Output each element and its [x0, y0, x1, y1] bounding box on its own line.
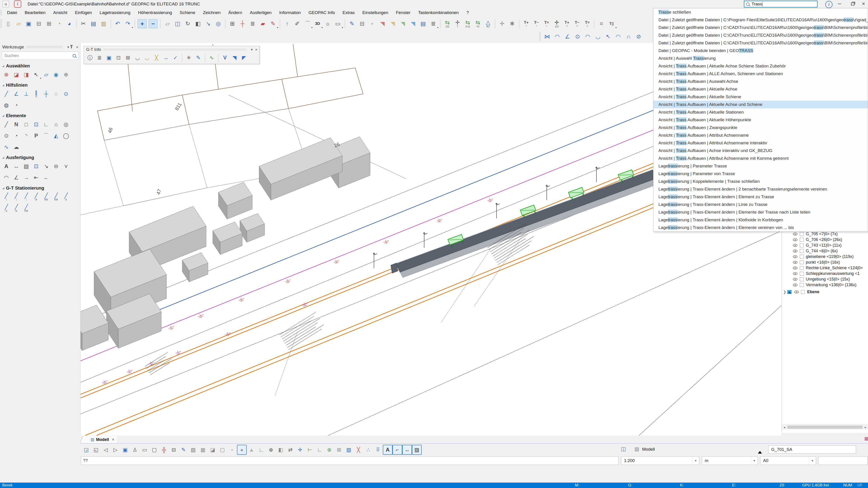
zoom-next-icon[interactable]: ▷	[111, 445, 120, 455]
station-km-icon[interactable]: ╱KM	[21, 203, 31, 213]
guide-circle-icon[interactable]: ◌	[51, 89, 61, 99]
search-result-item[interactable]: Ansicht | Trass Aufbauen | Aktuelle Stat…	[653, 108, 868, 116]
collapse-icon[interactable]: ◢	[2, 84, 4, 87]
open-recent-icon[interactable]: ◔	[54, 19, 64, 29]
layer-row[interactable]: Umgebung <15|0> (15x)	[782, 277, 868, 282]
menu--ndern[interactable]: Ändern	[224, 9, 246, 17]
station-minus-icon[interactable]: T−○	[531, 19, 541, 29]
titlebar-search-box[interactable]: Trass	[744, 1, 817, 7]
sheet-format-select[interactable]: A0▼	[760, 456, 816, 465]
marker-green-icon[interactable]: ◥	[398, 19, 408, 29]
search-result-item[interactable]: Ansicht | Trass Aufbauen | Zwangspunkte	[653, 124, 868, 132]
search-result-item[interactable]: Ansicht | Trass Aufbauen | Attribut Achs…	[653, 139, 868, 147]
select-chain-icon[interactable]: ▱	[41, 70, 51, 80]
point-symbol-icon[interactable]: ✛T	[453, 19, 463, 29]
undo-icon[interactable]: ↶	[113, 19, 123, 29]
layer-root-row[interactable]: ❯ Ebene	[782, 289, 868, 295]
eye-icon[interactable]	[793, 272, 798, 275]
select-cursor-icon[interactable]: ↖▾	[31, 70, 41, 80]
station-insert-icon[interactable]: ╱┊	[21, 192, 31, 202]
ring-tool-icon[interactable]: ◦	[367, 19, 377, 29]
guide-cross-icon[interactable]: ┼	[41, 89, 51, 99]
search-result-item[interactable]: Lagetrassierung | Trass-Element ändern |…	[653, 216, 868, 224]
profile-pen-icon[interactable]: ✎	[193, 53, 203, 62]
swap-yx-icon[interactable]: ⇆YX	[473, 19, 483, 29]
station-axis-icon[interactable]: ╱┆	[1, 192, 11, 202]
smooth-shading-icon[interactable]: ●	[237, 445, 247, 455]
attribute-underline-icon[interactable]: △AU	[483, 19, 493, 29]
print-active-icon[interactable]: ⊟	[357, 19, 367, 29]
curve-low-icon[interactable]: ◡	[133, 53, 142, 62]
chevron-down-icon[interactable]: ▼	[809, 457, 816, 465]
layer-row[interactable]: gleisebene <119|0> (119x)	[782, 254, 868, 259]
hatch-tool-icon[interactable]: ▨	[21, 161, 31, 171]
eye-icon[interactable]	[793, 238, 798, 241]
station-number-icon[interactable]: ✛123	[552, 19, 562, 29]
arc-start-icon[interactable]: ◡	[593, 31, 603, 42]
measure-cross-icon[interactable]: ╳	[353, 445, 363, 455]
erase-icon[interactable]: ▰	[258, 19, 268, 29]
zoom-region-icon[interactable]: ◱	[91, 445, 101, 455]
collapse-icon[interactable]: ◢	[2, 186, 4, 190]
close-button[interactable]: ✕	[858, 0, 868, 8]
element-circle-2point-icon[interactable]: ◔	[11, 131, 21, 141]
search-result-item[interactable]: Ansicht | Trass Aufbauen | Aktuelle Achs…	[653, 85, 868, 93]
menu-ansicht[interactable]: Ansicht	[49, 9, 71, 17]
collapse-icon[interactable]: ◢	[2, 156, 4, 159]
layer-row[interactable]: G_743 <11|0> (11x)	[782, 242, 868, 248]
circle-direction-icon[interactable]: ⊙	[572, 31, 583, 42]
check-lines-icon[interactable]: ✓	[171, 53, 180, 62]
arc-dimension-icon[interactable]: ◠	[1, 173, 11, 182]
section-ausw-hlen[interactable]: ◢Auswählen	[0, 61, 80, 69]
scroll-left-icon[interactable]: ◂	[782, 426, 787, 429]
search-input-value[interactable]: Trass	[751, 2, 762, 6]
zoom-previous-icon[interactable]: ◁	[101, 445, 111, 455]
app-icon[interactable]: G	[3, 1, 9, 7]
slope-up-icon[interactable]: ◥	[230, 53, 239, 62]
element-contour-offset-icon[interactable]: P	[31, 131, 41, 141]
save-versions-icon[interactable]: ◕	[64, 19, 74, 29]
chevron-down-icon[interactable]: ▼	[751, 457, 758, 465]
print-icon[interactable]: ⊟	[34, 19, 44, 29]
axes-shift-icon[interactable]: ⇄	[285, 445, 295, 455]
hidden-line-view-icon[interactable]: ◪	[208, 445, 218, 455]
diameter-dim-icon[interactable]: ⊖	[51, 161, 61, 171]
eye-icon[interactable]	[793, 278, 798, 281]
axis-cross-icon[interactable]: ╬	[159, 445, 169, 455]
shade-sketch-icon[interactable]: ✎	[179, 445, 188, 455]
shaded-view-icon[interactable]: ▩	[198, 445, 208, 455]
element-polyline-icon[interactable]: N	[11, 119, 21, 130]
gt-info-drag-handle[interactable]	[103, 49, 246, 51]
element-circle-center-icon[interactable]: ⊙	[1, 131, 11, 141]
axes-vertical-icon[interactable]: ⊢	[305, 445, 315, 455]
select-region-icon[interactable]: ◪	[11, 70, 21, 80]
panel-drag-handle[interactable]	[26, 46, 63, 48]
collapse-icon[interactable]: ◢	[2, 114, 4, 117]
search-result-item[interactable]: Ansicht | Trass Aufbauen | Achse interak…	[653, 147, 868, 154]
layer-checkbox[interactable]	[800, 238, 804, 241]
layer-row[interactable]: G_706 <26|0> (26x)	[782, 237, 868, 242]
layer-row[interactable]: Rechte-Linke_Schiene <124|0>	[782, 265, 868, 271]
axes-local-icon[interactable]: ∟	[315, 445, 324, 455]
snap-point-icon[interactable]: ┼	[238, 19, 248, 29]
camera-position-icon[interactable]: ▭	[140, 445, 150, 455]
menu-datei[interactable]: Datei	[3, 9, 21, 17]
eye-icon[interactable]	[793, 261, 798, 264]
tangent-circle-icon[interactable]: ⊘	[633, 31, 644, 42]
open-file-icon[interactable]: ▱	[13, 19, 24, 29]
select-radius-icon[interactable]: ◎	[213, 19, 223, 29]
panel-menu-button[interactable]: ▼	[67, 46, 70, 49]
menu-lagetrassierung[interactable]: Lagetrassierung	[96, 9, 134, 17]
tools-search-input[interactable]: Suchen	[2, 52, 79, 60]
copy-attributes-icon[interactable]: ▤	[418, 19, 428, 29]
layer-row[interactable]: Schleppkurvenauswertung <1	[782, 271, 868, 277]
station-delete-km-icon[interactable]: ╱KM	[51, 192, 61, 202]
section-elemente[interactable]: ◢Elemente	[0, 111, 80, 119]
tab-modell[interactable]: ▧ Modell ✕	[85, 436, 117, 443]
search-result-item[interactable]: Lagetrassierung | Koppelelemente | Trass…	[653, 178, 868, 185]
cut-icon[interactable]: ✂	[78, 19, 88, 29]
angle-dimension-icon[interactable]: ∠	[11, 173, 21, 182]
eye-icon[interactable]	[793, 250, 798, 253]
element-spline-icon[interactable]: ∿	[1, 142, 11, 152]
layer-row[interactable]: Vermarkung <136|0> (136x)	[782, 282, 868, 288]
